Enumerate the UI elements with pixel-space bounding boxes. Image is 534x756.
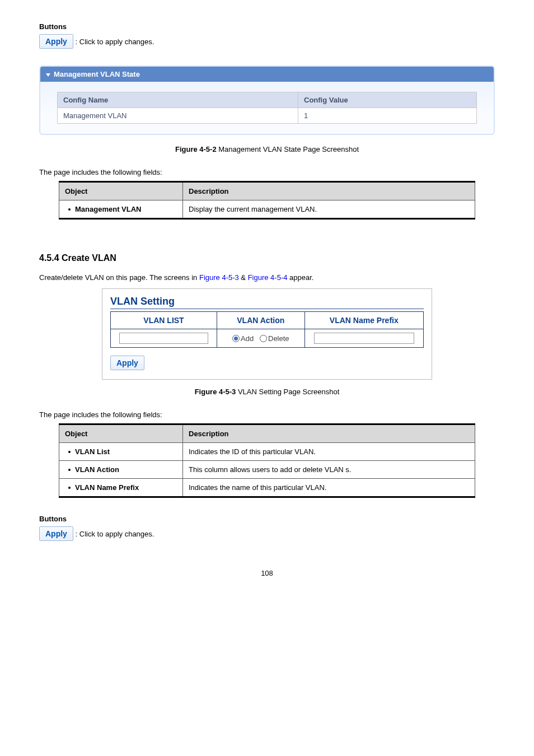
figure-4-5-3-label: Figure 4-5-3 (195, 388, 236, 396)
figure-4-5-2-label: Figure 4-5-2 (175, 145, 217, 153)
vlan-setting-table: VLAN LIST VLAN Action VLAN Name Prefix A… (110, 311, 424, 348)
cell-desc-vlan-name-prefix: Indicates the name of this particular VL… (183, 479, 475, 497)
vlan-setting-screenshot: VLAN Setting VLAN LIST VLAN Action VLAN … (102, 288, 432, 380)
bullet-icon (68, 469, 71, 471)
radio-add-label: Add (241, 334, 254, 343)
buttons-heading-1: Buttons (39, 22, 495, 31)
radio-delete-label: Delete (268, 334, 289, 343)
cell-term-vlan-name-prefix: VLAN Name Prefix (59, 479, 183, 497)
mgmt-vlan-state-title: Management VLAN State (54, 70, 140, 78)
cell-term-vlan-action: VLAN Action (59, 461, 183, 479)
table-row: VLAN List Indicates the ID of this parti… (59, 443, 475, 461)
table-row: VLAN Action This column allows users to … (59, 461, 475, 479)
cell-term-mgmt-vlan: Management VLAN (59, 200, 183, 219)
bullet-icon (68, 487, 71, 489)
cell-desc-mgmt-vlan: Display the current management VLAN. (183, 200, 475, 219)
bullet-icon (68, 208, 71, 211)
col-object-1: Object (59, 182, 183, 200)
vlan-setting-apply-button[interactable]: Apply (110, 356, 144, 370)
object-description-table-2: Object Description VLAN List Indicates t… (59, 423, 475, 498)
page-number: 108 (39, 569, 495, 577)
apply-button-2[interactable]: Apply (39, 526, 73, 541)
term-vlan-name-prefix: VLAN Name Prefix (75, 483, 139, 492)
buttons-heading-2: Buttons (39, 515, 495, 523)
col-config-value: Config Value (298, 92, 477, 108)
mgmt-vlan-state-header[interactable]: Management VLAN State (40, 67, 494, 82)
col-vlan-name-prefix: VLAN Name Prefix (305, 312, 423, 329)
col-description-2: Description (183, 424, 475, 443)
vlan-list-input[interactable] (119, 333, 208, 344)
cell-config-name: Management VLAN (58, 108, 298, 124)
apply-button-1[interactable]: Apply (39, 34, 73, 49)
cell-term-vlan-list: VLAN List (59, 443, 183, 461)
cell-desc-vlan-action: This column allows users to add or delet… (183, 461, 475, 479)
cell-vlan-prefix-input (305, 329, 423, 348)
fields-intro-2: The page includes the following fields: (39, 410, 495, 419)
term-vlan-action: VLAN Action (75, 465, 119, 474)
table-row: Management VLAN Display the current mana… (59, 200, 475, 219)
bullet-icon (68, 451, 71, 453)
mgmt-vlan-state-panel: Management VLAN State Config Name Config… (39, 66, 495, 135)
mgmt-vlan-state-table: Config Name Config Value Management VLAN… (57, 92, 477, 124)
fields-intro-1: The page includes the following fields: (39, 168, 495, 176)
chevron-down-icon (46, 73, 50, 77)
intro-amp: & (239, 273, 248, 282)
radio-delete[interactable] (260, 335, 267, 342)
cell-desc-vlan-list: Indicates the ID of this particular VLAN… (183, 443, 475, 461)
table-row: VLAN Name Prefix Indicates the name of t… (59, 479, 475, 497)
table-row: Add Delete (111, 329, 424, 348)
col-object-2: Object (59, 424, 183, 443)
col-config-name: Config Name (58, 92, 298, 108)
vlan-setting-title: VLAN Setting (110, 296, 424, 309)
intro-text-a: Create/delete VLAN on this page. The scr… (39, 273, 199, 282)
figure-4-5-3-text: VLAN Setting Page Screenshot (236, 388, 339, 396)
vlan-name-prefix-input[interactable] (314, 333, 414, 344)
col-description-1: Description (183, 182, 475, 200)
col-vlan-list: VLAN LIST (111, 312, 217, 329)
object-description-table-1: Object Description Management VLAN Displ… (59, 181, 475, 220)
apply-description-2: : Click to apply changes. (76, 530, 154, 538)
figure-4-5-3-caption: Figure 4-5-3 VLAN Setting Page Screensho… (39, 388, 495, 396)
cell-config-value: 1 (298, 108, 477, 124)
radio-add[interactable] (232, 335, 240, 342)
link-figure-4-5-3[interactable]: Figure 4-5-3 (199, 273, 239, 282)
term-mgmt-vlan: Management VLAN (75, 205, 141, 213)
term-vlan-list: VLAN List (75, 447, 110, 456)
figure-4-5-2-text: Management VLAN State Page Screenshot (217, 145, 359, 153)
link-figure-4-5-4[interactable]: Figure 4-5-4 (248, 273, 288, 282)
cell-vlan-list-input (111, 329, 217, 348)
figure-4-5-2-caption: Figure 4-5-2 Management VLAN State Page … (39, 145, 495, 153)
table-row: Management VLAN 1 (58, 108, 477, 124)
apply-description-1: : Click to apply changes. (76, 38, 154, 46)
intro-text-b: appear. (287, 273, 313, 282)
cell-vlan-action: Add Delete (217, 329, 305, 348)
section-454-intro: Create/delete VLAN on this page. The scr… (39, 273, 495, 282)
section-454-heading: 4.5.4 Create VLAN (39, 253, 495, 263)
col-vlan-action: VLAN Action (217, 312, 305, 329)
